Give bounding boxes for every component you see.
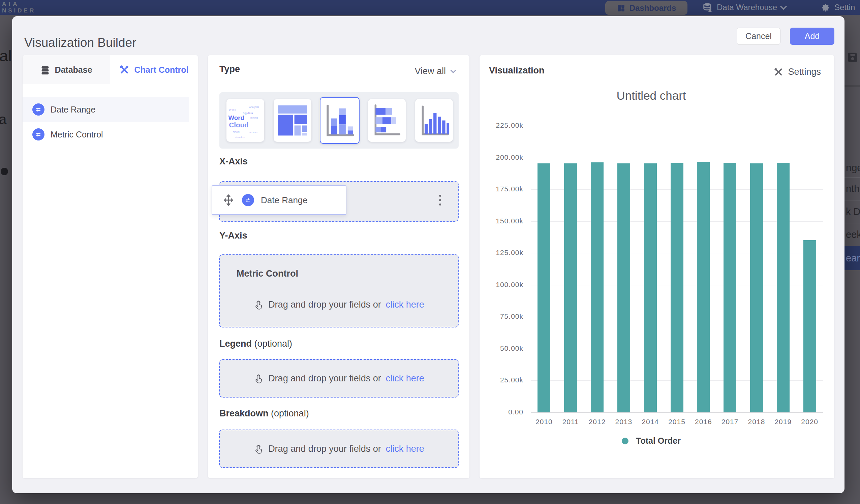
tap-icon	[254, 373, 263, 384]
chart-legend: Total Order	[479, 436, 823, 446]
y-tick-label: 0.00	[479, 408, 524, 416]
x-tick-label: 2018	[741, 418, 772, 426]
bar-2015	[671, 163, 684, 412]
chart-type-column[interactable]	[415, 99, 453, 142]
svg-text:Cloud: Cloud	[229, 121, 248, 129]
field-label: Date Range	[51, 105, 95, 115]
click-here-link[interactable]: click here	[386, 444, 424, 454]
svg-text:visualize: visualize	[235, 136, 245, 139]
x-tick-label: 2010	[529, 418, 559, 426]
field-item-date-range[interactable]: Date Range	[23, 97, 189, 122]
legend-dot	[622, 438, 629, 444]
svg-text:mining: mining	[250, 116, 258, 119]
svg-text:Word: Word	[228, 114, 244, 121]
tap-icon	[254, 299, 263, 310]
x-axis-field-chip[interactable]: Date Range	[212, 185, 346, 215]
svg-text:big data: big data	[243, 112, 253, 115]
y-tick-label: 225.00k	[479, 121, 524, 129]
x-tick-label: 2013	[608, 418, 639, 426]
chart-type-word-cloud[interactable]: press Analytics big data Word mining Clo…	[227, 99, 264, 142]
tab-database[interactable]: Database	[23, 55, 110, 84]
y-tick-label: 75.00k	[479, 312, 524, 320]
breakdown-heading: Breakdown (optional)	[219, 408, 309, 419]
chip-label: Date Range	[261, 195, 308, 205]
tab-chart-control-label: Chart Control	[134, 65, 188, 75]
gridline	[531, 158, 823, 158]
bar-2018	[750, 163, 763, 412]
bar-2014	[644, 163, 657, 412]
tab-database-label: Database	[55, 65, 92, 75]
bg-toolbar-divider	[845, 85, 860, 87]
drop-hint-text: Drag and drop your fields or	[268, 373, 381, 384]
x-tick-label: 2017	[715, 418, 745, 426]
topbar: ATA NSIDER Dashboards	[0, 0, 860, 15]
y-tick-label: 100.00k	[479, 280, 524, 289]
bg-dropdown-item-fragment: eekly	[845, 223, 860, 246]
svg-text:Analytics: Analytics	[249, 105, 259, 109]
chart-type-stacked-bar[interactable]	[368, 99, 406, 142]
tools-icon	[119, 65, 129, 75]
y-axis-dropzone[interactable]: Metric Control Drag and drop your fields…	[219, 254, 459, 328]
save-icon[interactable]	[846, 51, 859, 64]
x-tick-label: 2019	[768, 418, 798, 426]
y-axis-zone-title: Metric Control	[236, 269, 298, 279]
dashboards-icon	[617, 4, 626, 13]
chart-type-treemap[interactable]	[274, 99, 311, 142]
bar-2012	[591, 162, 604, 412]
bar-2013	[617, 163, 630, 412]
view-all-dropdown[interactable]: View all	[415, 66, 455, 76]
click-here-link[interactable]: click here	[386, 373, 424, 384]
add-button[interactable]: Add	[790, 28, 834, 45]
y-tick-label: 25.00k	[479, 376, 524, 384]
bg-dropdown-item-fragment: ear	[845, 246, 860, 270]
legend-dropzone[interactable]: Drag and drop your fields or click here	[219, 359, 459, 398]
screen: ale ta nge nthlyk Dateeeklyear ATA NSIDE…	[0, 0, 860, 504]
field-badge-sliders-icon	[32, 128, 44, 141]
legend-heading: Legend (optional)	[219, 339, 292, 349]
x-tick-label: 2012	[582, 418, 612, 426]
y-tick-label: 125.00k	[479, 249, 524, 257]
bg-page-text-fragment: ale	[0, 46, 12, 65]
y-tick-label: 200.00k	[479, 153, 524, 161]
cancel-button[interactable]: Cancel	[737, 28, 780, 45]
tab-chart-control[interactable]: Chart Control	[110, 55, 198, 84]
bar-2020	[803, 240, 816, 412]
builder-panel: Type View all press Analytics big data W…	[208, 55, 470, 478]
legend-label: Total Order	[636, 436, 681, 446]
nav-settings[interactable]: Settin	[820, 0, 855, 15]
drop-hint-text: Drag and drop your fields or	[268, 444, 381, 454]
nav-dashboards[interactable]: Dashboards	[605, 1, 687, 15]
gear-icon	[820, 2, 830, 13]
bg-page-text-fragment: ta	[0, 112, 12, 127]
bar-2010	[538, 163, 550, 412]
bg-bullet-dot	[1, 168, 8, 175]
tap-icon	[254, 443, 263, 455]
bar-2011	[564, 163, 577, 412]
x-axis-heading: X-Axis	[219, 156, 248, 167]
chart-preview: Untitled chart Total Order 225.00k200.00…	[479, 55, 823, 478]
bg-dropdown-label-fragment: nge	[845, 158, 860, 177]
chart-type-strip: press Analytics big data Word mining Clo…	[219, 92, 459, 148]
svg-text:press: press	[229, 108, 236, 111]
visualization-panel: Visualization Settings Untitled chart To…	[479, 55, 834, 478]
x-tick-label: 2016	[688, 418, 718, 426]
view-all-label: View all	[415, 66, 446, 76]
x-tick-label: 2014	[635, 418, 665, 426]
y-tick-label: 175.00k	[479, 185, 524, 193]
kebab-menu-icon[interactable]	[439, 195, 442, 208]
nav-data-warehouse[interactable]: Data Warehouse	[703, 0, 786, 15]
field-badge-sliders-icon	[242, 194, 254, 206]
bg-dropdown-item-fragment: nthly	[845, 177, 860, 200]
chart-type-stacked-column[interactable]	[320, 97, 360, 144]
chart-title: Untitled chart	[479, 89, 823, 102]
bar-2016	[697, 162, 710, 412]
database-icon	[40, 65, 50, 74]
bar-2017	[723, 163, 736, 412]
click-here-link[interactable]: click here	[386, 300, 424, 310]
field-item-metric-control[interactable]: Metric Control	[23, 122, 198, 147]
type-heading: Type	[219, 64, 240, 74]
svg-text:servers: servers	[249, 131, 257, 134]
breakdown-dropzone[interactable]: Drag and drop your fields or click here	[219, 430, 459, 468]
move-icon	[222, 193, 235, 207]
field-badge-sliders-icon	[32, 103, 44, 116]
